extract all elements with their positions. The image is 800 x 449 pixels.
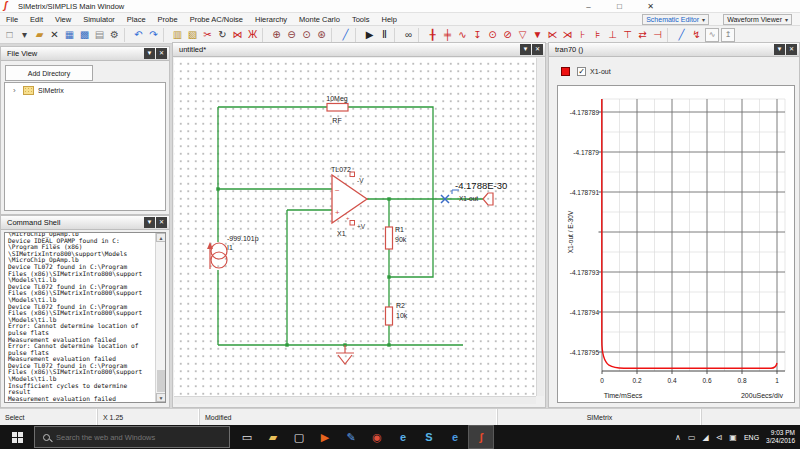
mirror-icon[interactable]: ⋈ xyxy=(230,27,245,43)
schematic-horizontal-scrollbar[interactable] xyxy=(174,396,536,404)
menu-probe-ac-noise[interactable]: Probe AC/Noise xyxy=(184,13,249,26)
paint-icon[interactable]: ✎ xyxy=(338,425,364,449)
notifications-icon[interactable]: ▣ xyxy=(729,433,737,442)
paste-icon[interactable]: ▧ xyxy=(185,27,200,43)
menu-place[interactable]: Place xyxy=(121,13,152,26)
chrome-icon[interactable]: ◉ xyxy=(364,425,390,449)
tree-expand-chevron-icon[interactable]: › xyxy=(13,86,23,95)
place-current-source-icon[interactable]: ⊘ xyxy=(500,27,515,43)
panel-close-button[interactable]: ✕ xyxy=(156,48,167,59)
add-directory-button[interactable]: Add Directory xyxy=(5,65,93,81)
menu-probe[interactable]: Probe xyxy=(152,13,184,26)
probe-differential-icon[interactable]: ↯ xyxy=(689,27,704,43)
clock[interactable]: 9:03 PM 3/24/2016 xyxy=(766,429,795,445)
wire-tool-icon[interactable]: ╱ xyxy=(338,27,353,43)
redo-icon[interactable]: ↷ xyxy=(146,27,161,43)
search-input[interactable] xyxy=(56,433,216,442)
internet-explorer-icon[interactable]: e xyxy=(390,425,416,449)
menu-tools[interactable]: Tools xyxy=(346,13,376,26)
panel-menu-button[interactable]: ▼ xyxy=(144,217,155,228)
tab-schematic-editor[interactable]: Schematic Editor ▾ xyxy=(642,14,709,25)
battery-icon[interactable]: ▭ xyxy=(688,433,696,442)
place-resistor-icon[interactable]: ╂ xyxy=(425,27,440,43)
place-ground-icon[interactable]: ↧ xyxy=(470,27,485,43)
zoom-out-icon[interactable]: ⊖ xyxy=(284,27,299,43)
place-pnp-icon[interactable]: ⋊ xyxy=(560,27,575,43)
place-nmos-icon[interactable]: ⊥ xyxy=(605,27,620,43)
run-simulation-icon[interactable]: ▶ xyxy=(362,27,377,43)
place-inductor-icon[interactable]: ∿ xyxy=(455,27,470,43)
place-pjfet-icon[interactable]: ⊧ xyxy=(590,27,605,43)
menu-help[interactable]: Help xyxy=(375,13,402,26)
save-all-icon[interactable]: ▩ xyxy=(77,27,92,43)
chevron-down-icon[interactable]: ▾ xyxy=(702,16,705,23)
save-icon[interactable]: ▦ xyxy=(62,27,77,43)
store-icon[interactable]: ▢ xyxy=(286,425,312,449)
probe-voltage-icon[interactable]: ╱ xyxy=(674,27,689,43)
taskbar-search[interactable] xyxy=(34,426,230,448)
find-binoculars-icon[interactable]: ∞ xyxy=(401,27,416,43)
waveform-window-icon[interactable]: ∿ xyxy=(705,28,719,42)
rotate-icon[interactable]: ↻ xyxy=(215,27,230,43)
place-voltage-source-icon[interactable]: ⊙ xyxy=(485,27,500,43)
opamp-x1[interactable]: − + -V + +V TL072 X1 xyxy=(331,166,367,237)
output-terminal[interactable] xyxy=(483,193,493,205)
copy-icon[interactable]: ▥ xyxy=(170,27,185,43)
panel-menu-button[interactable]: ▼ xyxy=(144,48,155,59)
task-view-icon[interactable]: ▭ xyxy=(234,425,260,449)
cut-icon[interactable]: ✂ xyxy=(200,27,215,43)
panel-menu-button[interactable]: ▼ xyxy=(774,44,785,55)
scroll-down-arrow-icon[interactable]: ▼ xyxy=(156,393,166,402)
flip-icon[interactable]: Ж xyxy=(245,27,260,43)
chevron-down-icon[interactable]: ▾ xyxy=(785,16,788,23)
place-ic-icon[interactable]: ⊣ xyxy=(650,27,665,43)
menu-simulator[interactable]: Simulator xyxy=(77,13,121,26)
language-indicator[interactable]: ENG xyxy=(744,434,759,441)
menu-monte-carlo[interactable]: Monte Carlo xyxy=(293,13,346,26)
waveform-plot[interactable]: -4.178789 -4.17879 -4.178791 -4.178793 -… xyxy=(557,85,795,403)
edge-icon[interactable]: e xyxy=(442,425,468,449)
open-file-icon[interactable]: ▰ xyxy=(32,27,47,43)
schematic-vertical-scrollbar[interactable] xyxy=(536,58,544,396)
movies-tv-icon[interactable]: ▶ xyxy=(312,425,338,449)
undo-icon[interactable]: ↶ xyxy=(131,27,146,43)
panel-menu-button[interactable]: ▼ xyxy=(520,44,531,55)
place-zener-icon[interactable]: ▼ xyxy=(530,27,545,43)
vertical-scrollbar[interactable]: ▲ ▼ xyxy=(155,233,165,402)
command-shell-output[interactable]: \MicroChip_OpAmp.lbDevice IDEAL_OPAMP fo… xyxy=(4,232,166,403)
zoom-in-icon[interactable]: ⊕ xyxy=(269,27,284,43)
new-dropdown-icon[interactable]: ▾ xyxy=(17,27,32,43)
close-sheet-icon[interactable]: ✕ xyxy=(47,27,62,43)
settings-gear-icon[interactable]: ⚙ xyxy=(107,27,122,43)
zoom-fit-icon[interactable]: ⊛ xyxy=(314,27,329,43)
place-npn-icon[interactable]: ⋉ xyxy=(545,27,560,43)
panel-close-button[interactable]: ✕ xyxy=(786,44,797,55)
menu-edit[interactable]: Edit xyxy=(24,13,49,26)
panel-close-button[interactable]: ✕ xyxy=(532,44,543,55)
file-explorer-icon[interactable]: ▰ xyxy=(260,425,286,449)
menu-view[interactable]: View xyxy=(49,13,77,26)
place-njfet-icon[interactable]: ⊦ xyxy=(575,27,590,43)
scroll-up-arrow-icon[interactable]: ▲ xyxy=(156,233,166,242)
zoom-area-icon[interactable]: ⊙ xyxy=(299,27,314,43)
volume-icon[interactable]: ⊲ xyxy=(716,433,723,442)
close-button[interactable]: ✕ xyxy=(635,0,666,13)
skype-icon[interactable]: S xyxy=(416,425,442,449)
tab-waveform-viewer[interactable]: Waveform Viewer ▾ xyxy=(723,14,792,25)
start-button[interactable] xyxy=(0,425,34,449)
place-capacitor-icon[interactable]: ╪ xyxy=(440,27,455,43)
hidden-icons-chevron-icon[interactable]: ∧ xyxy=(675,433,681,442)
resistor-r1[interactable]: R1 90k xyxy=(386,226,407,249)
scrollbar-thumb[interactable] xyxy=(157,370,165,392)
wires[interactable] xyxy=(218,107,483,345)
pause-simulation-icon[interactable]: Ⅱ xyxy=(377,27,392,43)
minimize-button[interactable]: – xyxy=(573,0,604,13)
panel-close-button[interactable]: ✕ xyxy=(156,217,167,228)
place-subcircuit-icon[interactable]: ⇄ xyxy=(635,27,650,43)
waveform-add-icon[interactable]: ↥ xyxy=(721,28,735,42)
print-icon[interactable]: ▤ xyxy=(92,27,107,43)
place-pmos-icon[interactable]: ⊤ xyxy=(620,27,635,43)
maximize-button[interactable]: □ xyxy=(604,0,635,13)
ground-symbol[interactable] xyxy=(336,345,354,364)
place-diode-icon[interactable]: ▽ xyxy=(515,27,530,43)
